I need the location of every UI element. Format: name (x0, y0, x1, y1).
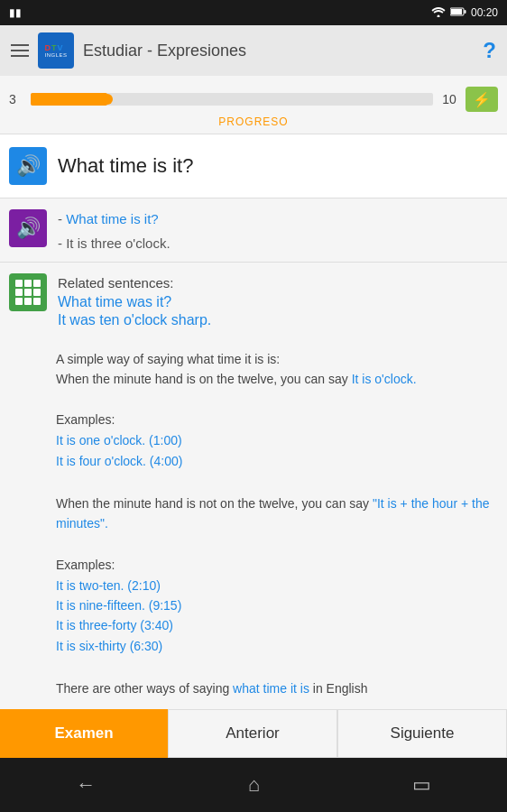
explanation-para4: There are other ways of saying what time… (56, 679, 494, 699)
progress-section: 3 10 ⚡ PROGRESO (0, 76, 507, 134)
related-content: Related sentences: What time was it? It … (58, 273, 494, 339)
examples1-label: Examples: (56, 412, 494, 427)
related-section: Related sentences: What time was it? It … (0, 263, 507, 339)
para3-text: When the minute hand is not on the twelv… (56, 496, 373, 511)
status-right-icons: 00:20 (431, 6, 498, 20)
logo-d: D (44, 43, 51, 52)
logo-t: T (51, 43, 57, 52)
grid-button[interactable] (9, 273, 47, 311)
speaker-blue-button[interactable]: 🔊 (9, 147, 47, 185)
sentence-header: 🔊 What time is it? (0, 134, 507, 198)
speaker-purple-icon: 🔊 (16, 217, 41, 240)
back-button[interactable]: ← (76, 773, 96, 797)
para4-link[interactable]: what time it is (233, 681, 309, 696)
example1b[interactable]: It is four o'clock. (4:00) (56, 451, 494, 471)
line1-link[interactable]: What time is it? (66, 211, 159, 226)
related-link2[interactable]: It was ten o'clock sharp. (58, 312, 494, 328)
examples2-label: Examples: (56, 558, 494, 572)
explanation-block4: Examples: It is two-ten. (2:10) It is ni… (56, 547, 494, 657)
help-button[interactable]: ? (483, 38, 496, 63)
nav-title: Estudiar - Expresiones (83, 42, 474, 60)
status-bar: ▮▮ 00:20 (0, 0, 507, 25)
signal-icon: ▮▮ (9, 6, 22, 19)
translation-lines: - What time is it? - It is three o'clock… (58, 209, 171, 251)
translation-section: 🔊 - What time is it? - It is three o'clo… (0, 198, 507, 263)
example2c[interactable]: It is three-forty (3:40) (56, 615, 494, 635)
related-link1[interactable]: What time was it? (58, 294, 494, 310)
explanation-block1: A simple way of saying what time it is i… (56, 339, 494, 389)
time-display: 00:20 (471, 6, 498, 19)
app-logo: D T V INGLES (38, 32, 74, 69)
anterior-button[interactable]: Anterior (168, 709, 337, 758)
related-links: What time was it? It was ten o'clock sha… (58, 294, 494, 328)
para4-start: There are other ways of saying (56, 681, 233, 696)
main-content: 🔊 What time is it? 🔊 - What time is it? … (0, 134, 507, 764)
explanation-para3: When the minute hand is not on the twelv… (56, 494, 494, 533)
related-title: Related sentences: (58, 275, 494, 291)
para2-text: When the minute hand is on the twelve, y… (56, 372, 352, 386)
progress-thumb (102, 94, 113, 105)
explanation-block5: There are other ways of saying what time… (56, 669, 494, 699)
menu-button[interactable] (11, 44, 29, 57)
wifi-icon (431, 6, 446, 20)
lightning-icon: ⚡ (473, 91, 491, 108)
status-left-icons: ▮▮ (9, 6, 22, 19)
explanation-block3: When the minute hand is not on the twelv… (56, 484, 494, 533)
svg-rect-2 (451, 9, 462, 14)
progress-fill (31, 93, 107, 106)
speaker-icon: 🔊 (16, 154, 41, 178)
logo-sub: INGLES (44, 52, 67, 58)
bottom-nav: Examen Anterior Siguiente (0, 709, 507, 758)
explanation-section: A simple way of saying what time it is i… (0, 339, 507, 699)
para4-end: in English (309, 681, 368, 696)
android-nav: ← ⌂ ▭ (0, 758, 507, 812)
svg-rect-3 (464, 10, 466, 14)
explanation-block2: Examples: It is one o'clock. (1:00) It i… (56, 401, 494, 471)
translation-line2: - It is three o'clock. (58, 235, 171, 251)
examen-button[interactable]: Examen (0, 709, 168, 758)
explanation-para1: A simple way of saying what time it is i… (56, 350, 494, 370)
speaker-purple-button[interactable]: 🔊 (9, 209, 47, 247)
line1-dash: - (58, 211, 66, 226)
progress-total: 10 (440, 92, 458, 106)
example2b[interactable]: It is nine-fifteen. (9:15) (56, 595, 494, 615)
progress-bar[interactable] (31, 93, 433, 106)
example2d[interactable]: It is six-thirty (6:30) (56, 636, 494, 656)
home-button[interactable]: ⌂ (248, 773, 260, 797)
progress-label: PROGRESO (9, 115, 498, 128)
example2a[interactable]: It is two-ten. (2:10) (56, 576, 494, 595)
translation-line1: - What time is it? (58, 211, 171, 226)
flash-button[interactable]: ⚡ (466, 87, 498, 112)
progress-current: 3 (9, 92, 23, 106)
para2-link[interactable]: It is o'clock. (352, 372, 417, 386)
battery-icon (450, 6, 466, 19)
example1a[interactable]: It is one o'clock. (1:00) (56, 430, 494, 450)
logo-v: V (57, 43, 62, 52)
siguiente-button[interactable]: Siguiente (337, 709, 507, 758)
grid-icon (15, 280, 41, 305)
progress-row: 3 10 ⚡ (9, 87, 498, 112)
explanation-para2: When the minute hand is on the twelve, y… (56, 370, 494, 390)
nav-bar: D T V INGLES Estudiar - Expresiones ? (0, 25, 507, 76)
main-sentence: What time is it? (58, 154, 193, 178)
svg-point-0 (437, 14, 439, 17)
recent-button[interactable]: ▭ (412, 773, 431, 797)
